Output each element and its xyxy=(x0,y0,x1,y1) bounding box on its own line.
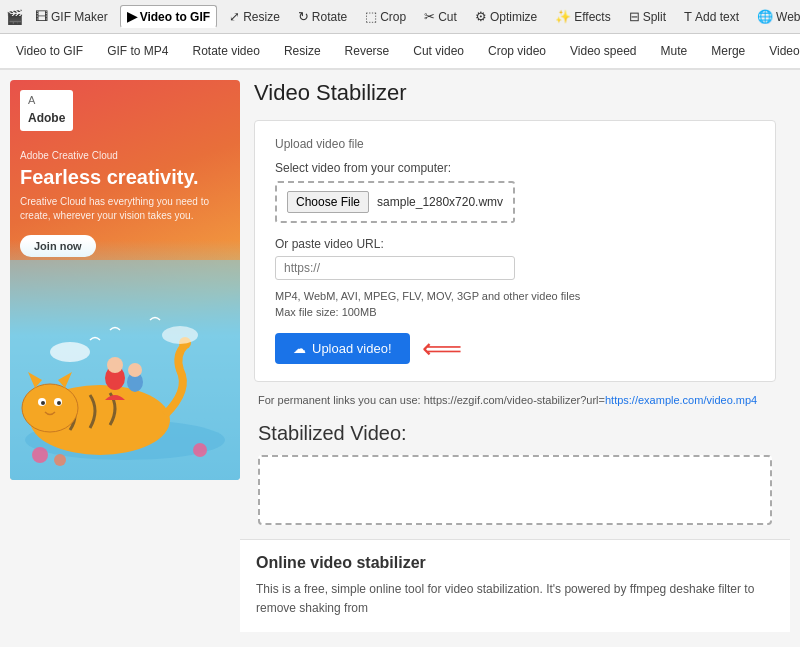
toolbar-gif-maker[interactable]: 🎞 GIF Maker xyxy=(29,6,114,27)
main-layout: A Adobe Adobe Creative Cloud Fearless cr… xyxy=(0,70,800,642)
rotate-icon: ↻ xyxy=(298,9,309,24)
permanent-link-url[interactable]: https://example.com/video.mp4 xyxy=(605,394,757,406)
page-title: Video Stabilizer xyxy=(254,80,776,106)
webp-icon: 🌐 xyxy=(757,9,773,24)
nav-resize[interactable]: Resize xyxy=(272,36,333,68)
resize-icon: ⤢ xyxy=(229,9,240,24)
upload-cloud-icon: ☁ xyxy=(293,341,306,356)
ad-illustration xyxy=(10,240,240,480)
toolbar-rotate[interactable]: ↻ Rotate xyxy=(292,6,353,27)
toolbar-webp-label: WebP xyxy=(776,10,800,24)
upload-section-label: Upload video file xyxy=(275,137,755,151)
toolbar-split-label: Split xyxy=(643,10,666,24)
toolbar-optimize[interactable]: ⚙ Optimize xyxy=(469,6,543,27)
ad-tiger-scene-svg xyxy=(10,260,240,480)
cut-icon: ✂ xyxy=(424,9,435,24)
toolbar-webp[interactable]: 🌐 WebP xyxy=(751,6,800,27)
nav-bar: Video to GIF GIF to MP4 Rotate video Res… xyxy=(0,34,800,70)
ad-cloud-label: Adobe Creative Cloud xyxy=(20,150,230,161)
size-info: Max file size: 100MB xyxy=(275,306,755,318)
effects-icon: ✨ xyxy=(555,9,571,24)
toolbar-cut[interactable]: ✂ Cut xyxy=(418,6,463,27)
svg-point-21 xyxy=(162,326,198,344)
svg-point-18 xyxy=(54,454,66,466)
top-toolbar: 🎬 🎞 GIF Maker ▶ Video to GIF ⤢ Resize ↻ … xyxy=(0,0,800,34)
optimize-icon: ⚙ xyxy=(475,9,487,24)
film-icon: 🎬 xyxy=(6,9,23,25)
toolbar-add-text[interactable]: T Add text xyxy=(678,6,745,27)
crop-icon: ⬚ xyxy=(365,9,377,24)
toolbar-cut-label: Cut xyxy=(438,10,457,24)
stabilized-title: Stabilized Video: xyxy=(258,422,772,445)
ad-sidebar: A Adobe Adobe Creative Cloud Fearless cr… xyxy=(10,80,240,480)
upload-button-label: Upload video! xyxy=(312,341,392,356)
adobe-logo: A Adobe xyxy=(20,90,73,131)
video-to-gif-icon: ▶ xyxy=(127,9,137,24)
info-text: This is a free, simple online tool for v… xyxy=(256,580,774,618)
split-icon: ⊟ xyxy=(629,9,640,24)
info-section: Online video stabilizer This is a free, … xyxy=(240,539,790,632)
file-input-area: Choose File sample_1280x720.wmv xyxy=(275,181,515,223)
toolbar-optimize-label: Optimize xyxy=(490,10,537,24)
nav-video-speed[interactable]: Video speed xyxy=(558,36,649,68)
toolbar-split[interactable]: ⊟ Split xyxy=(623,6,672,27)
nav-mute[interactable]: Mute xyxy=(649,36,700,68)
svg-point-9 xyxy=(57,401,61,405)
stabilized-placeholder xyxy=(258,455,772,525)
toolbar-video-to-gif-label: Video to GIF xyxy=(140,10,210,24)
upload-card: Upload video file Select video from your… xyxy=(254,120,776,382)
nav-video-to-gif[interactable]: Video to GIF xyxy=(4,36,95,68)
upload-button[interactable]: ☁ Upload video! xyxy=(275,333,410,364)
toolbar-crop-label: Crop xyxy=(380,10,406,24)
nav-cut-video[interactable]: Cut video xyxy=(401,36,476,68)
svg-point-14 xyxy=(107,357,123,373)
nav-gif-to-mp4[interactable]: GIF to MP4 xyxy=(95,36,180,68)
svg-point-17 xyxy=(32,447,48,463)
toolbar-effects-label: Effects xyxy=(574,10,610,24)
toolbar-rotate-label: Rotate xyxy=(312,10,347,24)
format-info: MP4, WebM, AVI, MPEG, FLV, MOV, 3GP and … xyxy=(275,290,755,302)
toolbar-video-to-gif[interactable]: ▶ Video to GIF xyxy=(120,5,217,28)
permanent-link-text: For permanent links you can use: https:/… xyxy=(254,394,776,406)
toolbar-gif-maker-label: GIF Maker xyxy=(51,10,108,24)
arrow-indicator: ⟸ xyxy=(422,332,462,365)
nav-crop-video[interactable]: Crop video xyxy=(476,36,558,68)
stabilized-section: Stabilized Video: xyxy=(254,422,776,525)
nav-rotate-video[interactable]: Rotate video xyxy=(181,36,272,68)
url-input[interactable] xyxy=(275,256,515,280)
svg-point-16 xyxy=(128,363,142,377)
toolbar-resize[interactable]: ⤢ Resize xyxy=(223,6,286,27)
upload-btn-wrapper: ☁ Upload video! ⟸ xyxy=(275,332,755,365)
nav-video-to-jpg[interactable]: Video to JPG xyxy=(757,36,800,68)
svg-point-8 xyxy=(41,401,45,405)
nav-reverse[interactable]: Reverse xyxy=(333,36,402,68)
url-label: Or paste video URL: xyxy=(275,237,755,251)
toolbar-add-text-label: Add text xyxy=(695,10,739,24)
info-title: Online video stabilizer xyxy=(256,554,774,572)
selected-file-name: sample_1280x720.wmv xyxy=(377,195,503,209)
gif-maker-icon: 🎞 xyxy=(35,9,48,24)
svg-point-20 xyxy=(50,342,90,362)
ad-body: Creative Cloud has everything you need t… xyxy=(20,195,230,223)
nav-merge[interactable]: Merge xyxy=(699,36,757,68)
choose-file-button[interactable]: Choose File xyxy=(287,191,369,213)
add-text-icon: T xyxy=(684,9,692,24)
select-video-label: Select video from your computer: xyxy=(275,161,755,175)
svg-point-19 xyxy=(193,443,207,457)
ad-headline: Fearless creativity. xyxy=(20,165,230,189)
toolbar-effects[interactable]: ✨ Effects xyxy=(549,6,616,27)
content-area: Video Stabilizer Upload video file Selec… xyxy=(240,80,790,632)
toolbar-resize-label: Resize xyxy=(243,10,280,24)
toolbar-crop[interactable]: ⬚ Crop xyxy=(359,6,412,27)
